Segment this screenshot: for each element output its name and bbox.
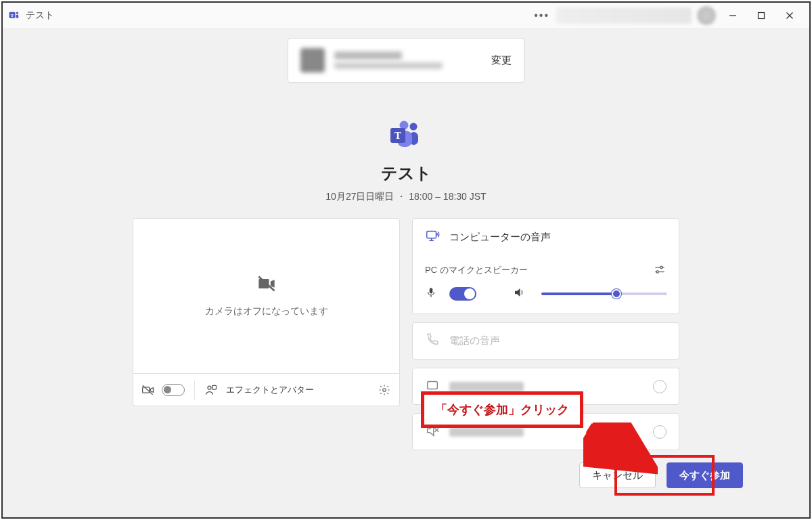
minimize-button[interactable] [719,5,747,26]
camera-toolbar: エフェクトとアバター [133,374,400,406]
computer-audio-option[interactable]: コンピューターの音声 PC のマイクとスピーカー [412,218,679,314]
svg-point-16 [208,386,211,389]
monitor-speaker-icon [425,228,440,246]
close-button[interactable] [775,5,804,26]
svg-rect-19 [427,232,436,238]
blurred-account-area [556,7,692,24]
phone-audio-option: 電話の音声 [412,322,679,360]
svg-text:T: T [11,12,14,17]
annotation-callout: 「今すぐ参加」クリック [421,391,583,428]
radio-icon[interactable] [653,425,667,439]
camera-panel: カメラはオフになっています エフェクトとアバター [133,218,400,450]
svg-point-18 [383,388,386,391]
speaker-icon [513,286,525,301]
svg-rect-5 [759,12,765,18]
app-window: T テスト ••• 変更 [1,1,811,519]
mic-toggle[interactable] [449,287,476,301]
meeting-title: テスト [3,162,809,184]
join-now-button[interactable]: 今すぐ参加 [667,462,743,488]
change-user-link[interactable]: 変更 [491,54,512,67]
user-card: 変更 [288,38,524,83]
camera-toggle-icon [141,383,155,397]
phone-icon [425,332,440,349]
svg-point-23 [660,266,662,268]
footer-buttons: キャンセル 今すぐ参加 [3,450,809,488]
phone-audio-label: 電話の音声 [449,334,500,347]
user-avatar-blurred [300,48,325,72]
svg-text:T: T [394,130,401,141]
svg-point-25 [656,271,658,273]
svg-point-8 [410,123,418,131]
teams-logo: T [3,121,809,153]
avatar[interactable] [697,6,716,25]
svg-rect-3 [16,14,19,18]
radio-icon[interactable] [653,380,667,393]
obscured-text [449,427,524,437]
sliders-icon[interactable] [653,263,667,277]
cancel-button[interactable]: キャンセル [579,462,656,488]
meeting-date: 10月27日日曜日 ・ 18:00 – 18:30 JST [3,191,809,203]
camera-toggle[interactable] [162,384,185,396]
teams-icon: T [8,9,20,22]
computer-audio-label: コンピューターの音声 [449,231,551,244]
maximize-button[interactable] [747,5,775,26]
titlebar: T テスト ••• [3,3,809,28]
pc-mic-speaker-label: PC のマイクとスピーカー [425,264,528,276]
volume-slider[interactable] [541,292,667,295]
more-icon[interactable]: ••• [534,9,549,22]
content-area: 変更 T テスト 10月27日日曜日 ・ 18:00 – 18:30 JST [3,28,809,517]
user-text-blurred [334,51,491,69]
obscured-text [449,382,524,391]
camera-preview: カメラはオフになっています [133,218,400,374]
camera-off-icon [257,274,276,305]
camera-off-text: カメラはオフになっています [205,305,328,318]
svg-rect-26 [430,288,433,293]
effects-label[interactable]: エフェクトとアバター [226,384,371,396]
window-title: テスト [26,9,54,22]
effects-icon [204,383,218,397]
mic-icon [425,286,437,301]
gear-icon[interactable] [378,383,391,397]
svg-rect-28 [428,382,438,389]
svg-rect-17 [212,385,217,389]
svg-point-2 [16,12,18,14]
